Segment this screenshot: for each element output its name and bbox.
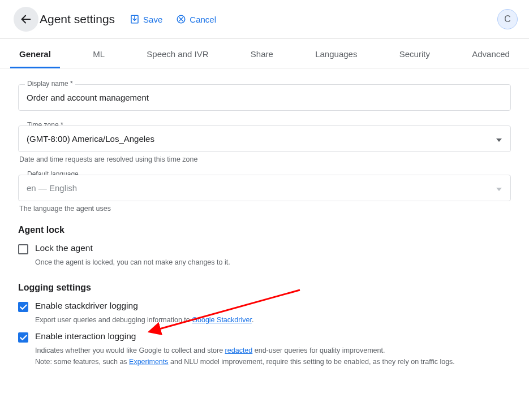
stackdriver-checkbox[interactable] bbox=[18, 302, 28, 312]
page-title: Agent settings bbox=[40, 12, 115, 26]
stackdriver-desc: Export user queries and debugging inform… bbox=[35, 314, 511, 326]
stackdriver-row: Enable stackdriver logging bbox=[18, 301, 511, 312]
default-language-field: Default language bbox=[18, 175, 511, 201]
interaction-row: Enable interaction logging bbox=[18, 331, 511, 343]
cancel-button[interactable]: Cancel bbox=[171, 12, 221, 27]
time-zone-select[interactable] bbox=[18, 125, 511, 152]
check-icon bbox=[20, 304, 27, 310]
save-icon bbox=[130, 14, 140, 24]
interaction-desc: Indicates whether you would like Google … bbox=[35, 345, 511, 367]
display-name-label: Display name * bbox=[25, 80, 75, 88]
tab-advanced[interactable]: Advanced bbox=[468, 39, 513, 68]
lock-agent-label[interactable]: Lock the agent bbox=[35, 243, 93, 253]
arrow-left-icon bbox=[20, 13, 32, 25]
save-button[interactable]: Save bbox=[125, 12, 167, 27]
tab-speech-ivr[interactable]: Speech and IVR bbox=[143, 39, 212, 68]
interaction-label[interactable]: Enable interaction logging bbox=[35, 331, 136, 341]
agent-lock-title: Agent lock bbox=[18, 225, 511, 235]
tab-ml[interactable]: ML bbox=[89, 39, 108, 68]
tab-security[interactable]: Security bbox=[396, 39, 433, 68]
content: Display name * Time zone * Date and time… bbox=[0, 68, 529, 384]
logging-title: Logging settings bbox=[18, 283, 511, 293]
tab-share[interactable]: Share bbox=[247, 39, 277, 68]
tab-languages[interactable]: Languages bbox=[312, 39, 360, 68]
interaction-checkbox[interactable] bbox=[18, 332, 28, 343]
check-icon bbox=[20, 335, 27, 341]
lock-agent-row: Lock the agent bbox=[18, 243, 511, 254]
avatar[interactable]: C bbox=[497, 9, 518, 29]
default-language-helper: The language the agent uses bbox=[19, 205, 511, 213]
display-name-input[interactable] bbox=[18, 84, 511, 111]
time-zone-helper: Date and time requests are resolved usin… bbox=[19, 155, 511, 163]
google-stackdriver-link[interactable]: Google Stackdriver bbox=[192, 316, 252, 324]
time-zone-field: Time zone * bbox=[18, 125, 511, 152]
experiments-link[interactable]: Experiments bbox=[129, 358, 168, 366]
avatar-initial: C bbox=[504, 14, 511, 24]
lock-agent-checkbox[interactable] bbox=[18, 244, 28, 254]
tabs: General ML Speech and IVR Share Language… bbox=[0, 39, 529, 68]
display-name-field: Display name * bbox=[18, 84, 511, 111]
save-label: Save bbox=[143, 15, 162, 24]
back-button[interactable] bbox=[14, 7, 38, 32]
lock-agent-desc: Once the agent is locked, you can not ma… bbox=[35, 257, 511, 268]
header: Agent settings Save Cancel C bbox=[0, 0, 529, 39]
default-language-select[interactable] bbox=[18, 175, 511, 201]
stackdriver-label[interactable]: Enable stackdriver logging bbox=[35, 301, 138, 311]
redacted-link[interactable]: redacted bbox=[225, 347, 253, 354]
tab-general[interactable]: General bbox=[16, 39, 54, 68]
cancel-label: Cancel bbox=[190, 15, 216, 24]
cancel-icon bbox=[176, 14, 186, 24]
